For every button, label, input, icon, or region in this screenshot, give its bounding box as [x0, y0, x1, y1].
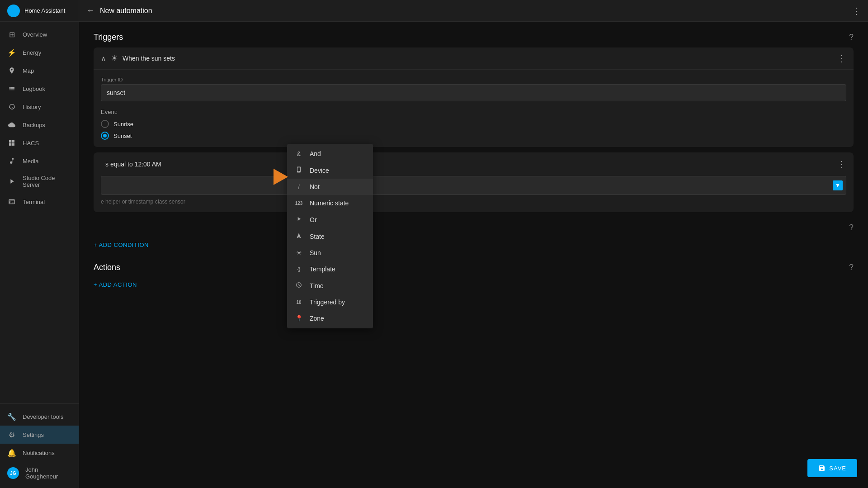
sidebar-item-label: Studio Code Server	[23, 175, 71, 188]
dropdown-item-label: Or	[310, 216, 317, 223]
dropdown-item-label: Time	[310, 282, 324, 289]
or-icon	[294, 216, 303, 223]
backups-icon	[7, 120, 16, 129]
dropdown-item-label: And	[310, 150, 321, 157]
sidebar-item-label: Settings	[23, 431, 44, 438]
main-content: ← New automation ⋮ Triggers ? ∧ ☀ When t…	[79, 0, 868, 488]
trigger-collapse-button[interactable]: ∧	[101, 54, 106, 63]
dropdown-item-numeric-state[interactable]: 123 Numeric state	[287, 195, 373, 211]
sidebar-item-overview[interactable]: ⊞ Overview	[0, 25, 79, 43]
arrow-pointer	[274, 169, 288, 185]
overview-icon: ⊞	[7, 30, 16, 39]
trigger-id-field: Trigger ID	[101, 77, 846, 101]
sun-dropdown-icon: ☀	[294, 249, 303, 256]
logbook-icon	[7, 84, 16, 93]
sidebar-item-settings[interactable]: ⚙ Settings	[0, 426, 79, 444]
sidebar-item-terminal[interactable]: Terminal	[0, 193, 79, 211]
sidebar-item-studio[interactable]: Studio Code Server	[0, 170, 79, 193]
svg-rect-0	[9, 140, 11, 142]
conditions-help-icon[interactable]: ?	[849, 223, 854, 232]
energy-icon: ⚡	[7, 48, 16, 57]
sidebar-item-history[interactable]: History	[0, 98, 79, 116]
dropdown-item-or[interactable]: Or	[287, 211, 373, 228]
page-title: New automation	[100, 7, 846, 15]
save-button[interactable]: SAVE	[807, 459, 857, 477]
template-icon: {}	[294, 267, 303, 272]
trigger-1-label: When the sun sets	[123, 55, 833, 62]
dropdown-item-label: Numeric state	[310, 199, 349, 207]
sunset-radio-label: Sunset	[113, 133, 132, 139]
actions-title: Actions	[94, 263, 120, 272]
studio-icon	[7, 177, 16, 186]
sunset-radio[interactable]: Sunset	[101, 132, 846, 140]
sunrise-radio[interactable]: Sunrise	[101, 120, 846, 128]
add-condition-button[interactable]: + ADD CONDITION	[94, 238, 149, 252]
trigger-2-input-group: ▼	[101, 176, 846, 195]
sidebar-item-label: Notifications	[23, 450, 55, 456]
condition-type-dropdown: & And Device ! Not 123 Numeric state	[287, 144, 373, 328]
dropdown-item-triggered-by[interactable]: 10 Triggered by	[287, 294, 373, 310]
back-button[interactable]: ←	[86, 6, 94, 15]
sun-icon: ☀	[111, 53, 118, 63]
dropdown-item-template[interactable]: {} Template	[287, 261, 373, 277]
sunrise-radio-circle	[101, 120, 109, 128]
developer-icon: 🔧	[7, 412, 16, 421]
device-icon	[294, 166, 303, 174]
trigger-1-more-button[interactable]: ⋮	[837, 53, 846, 64]
sidebar-item-logbook[interactable]: Logbook	[0, 80, 79, 98]
user-avatar: JG	[7, 467, 19, 479]
content-area: Triggers ? ∧ ☀ When the sun sets ⋮ Trigg…	[79, 22, 868, 488]
event-label: Event:	[101, 109, 846, 115]
dropdown-item-label: Triggered by	[310, 298, 345, 306]
sidebar-item-label: History	[23, 104, 41, 110]
trigger-2-input[interactable]	[101, 176, 846, 195]
triggers-section-header: Triggers ?	[94, 33, 854, 42]
not-icon: !	[294, 183, 303, 190]
dropdown-item-device[interactable]: Device	[287, 162, 373, 179]
dropdown-item-label: Zone	[310, 315, 324, 322]
dropdown-item-state[interactable]: State	[287, 228, 373, 245]
sidebar-item-energy[interactable]: ⚡ Energy	[0, 43, 79, 62]
settings-icon: ⚙	[7, 430, 16, 439]
trigger-id-label: Trigger ID	[101, 77, 846, 82]
sidebar-item-label: John Gougheneur	[25, 466, 71, 480]
sidebar-item-label: Media	[23, 158, 38, 165]
save-icon	[818, 464, 826, 472]
sidebar-item-user[interactable]: JG John Gougheneur	[0, 462, 79, 484]
dropdown-item-not[interactable]: ! Not	[287, 179, 373, 195]
state-icon	[294, 232, 303, 240]
sidebar-item-label: HACS	[23, 140, 39, 147]
app-logo	[7, 5, 20, 17]
dropdown-item-time[interactable]: Time	[287, 277, 373, 294]
notifications-icon: 🔔	[7, 448, 16, 457]
history-icon	[7, 102, 16, 111]
actions-section-header: Actions ?	[94, 263, 854, 272]
dropdown-item-zone[interactable]: 📍 Zone	[287, 310, 373, 327]
dropdown-item-label: Sun	[310, 249, 321, 256]
sidebar-item-media[interactable]: Media	[0, 152, 79, 170]
actions-help-icon[interactable]: ?	[849, 263, 854, 272]
sidebar-item-hacs[interactable]: HACS	[0, 134, 79, 152]
sidebar-item-label: Developer tools	[23, 413, 63, 420]
dropdown-item-sun[interactable]: ☀ Sun	[287, 245, 373, 261]
sidebar-item-developer[interactable]: 🔧 Developer tools	[0, 407, 79, 426]
sidebar-item-notifications[interactable]: 🔔 Notifications	[0, 444, 79, 462]
trigger-2-more-button[interactable]: ⋮	[837, 159, 846, 170]
actions-section: Actions ? + ADD ACTION	[94, 263, 854, 292]
svg-rect-1	[12, 140, 14, 142]
svg-rect-2	[9, 143, 11, 146]
trigger-2-dropdown-button[interactable]: ▼	[833, 180, 843, 190]
map-icon	[7, 66, 16, 75]
triggers-help-icon[interactable]: ?	[849, 33, 854, 42]
trigger-id-input[interactable]	[101, 84, 846, 101]
sidebar-item-map[interactable]: Map	[0, 62, 79, 80]
dropdown-item-label: State	[310, 233, 325, 240]
more-options-button[interactable]: ⋮	[852, 5, 861, 16]
sidebar-item-label: Overview	[23, 31, 47, 38]
sidebar-item-backups[interactable]: Backups	[0, 116, 79, 134]
sunset-radio-circle	[101, 132, 109, 140]
and-icon: &	[294, 150, 303, 157]
add-action-button[interactable]: + ADD ACTION	[94, 278, 137, 292]
dropdown-item-and[interactable]: & And	[287, 146, 373, 162]
zone-icon: 📍	[294, 315, 303, 322]
